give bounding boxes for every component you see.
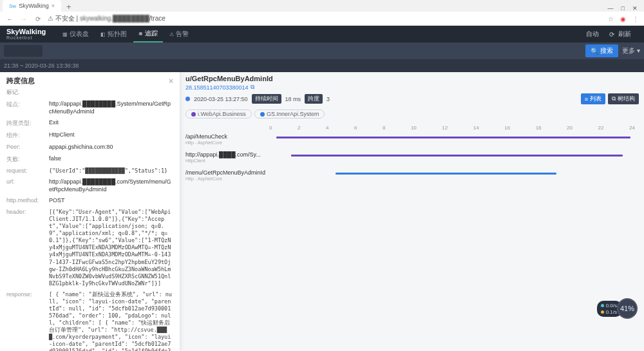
perf-widget[interactable]: 0.0/s 0.1/s 41% [597, 298, 638, 319]
axis-tick: 18 [536, 125, 542, 134]
duration-label: 持续时间 [252, 94, 281, 104]
browser-chrome: Sw SkyWalking × + — □ ✕ ← → ⟳ ⚠ 不安全 | sk… [0, 0, 644, 26]
header-value: [{"Key":"User-Agent","Value":["WebApiCli… [49, 209, 173, 287]
search-input[interactable] [4, 45, 43, 57]
response-key: response: [6, 291, 45, 351]
service-tags: i.WebApi.Business GS.InnerApi.System [180, 107, 644, 121]
logo: SkyWalking Rocketbot [0, 27, 52, 41]
span-track [269, 134, 638, 152]
fail-value: false [49, 155, 173, 164]
new-tab-button[interactable]: + [61, 2, 77, 12]
spans-label: 跨度 [305, 94, 323, 104]
start-time: 2020-03-25 13:27:50 [194, 96, 248, 102]
nav-topology[interactable]: ◧拓扑图 [95, 26, 132, 43]
forward-button[interactable]: → [19, 15, 28, 23]
url-text[interactable]: ⚠ 不安全 | skywalking.████████/trace [48, 14, 166, 23]
time-range: 21:38 ~ 2020-03-26 13:36:38 [4, 62, 79, 69]
alert-icon: ⚠ [169, 32, 174, 37]
tabbar: Sw SkyWalking × + — □ ✕ [0, 0, 644, 12]
panel-title: 跨度信息 [6, 76, 35, 86]
nav-alarm[interactable]: ⚠告警 [164, 26, 194, 43]
span-bar [336, 173, 556, 175]
response-value: [ { "name": "新快运业务系统", "url": null, "ico… [49, 291, 173, 351]
menu-icon[interactable]: ⋮ [632, 15, 639, 23]
type-key: 跨度类型: [6, 119, 45, 128]
method-value: POST [49, 197, 173, 205]
span-label: /menu/GetRpcMenuByAdminIdHttp - AspNetCo… [185, 170, 269, 182]
type-value: Exit [49, 119, 173, 128]
endpoint-title: u/GetRpcMenuByAdminId [185, 75, 639, 82]
browser-tab[interactable]: Sw SkyWalking × [3, 0, 61, 12]
fail-key: 失败: [6, 155, 45, 164]
nav-dashboard[interactable]: ▦仪表盘 [57, 26, 94, 43]
component-value: HttpClient [49, 131, 173, 140]
span-track [269, 170, 638, 188]
reload-button[interactable]: ⟳ [33, 15, 43, 23]
url-key: url: [6, 178, 45, 193]
axis-tick: 0 [269, 125, 272, 134]
span-label: /api/MenuCheckHttp - AspNetCore [185, 134, 269, 146]
grid-icon: ▦ [62, 32, 68, 37]
status-dot [185, 97, 190, 101]
span-row[interactable]: /menu/GetRpcMenuByAdminIdHttp - AspNetCo… [185, 170, 638, 188]
axis-tick: 6 [354, 125, 357, 134]
auto-toggle[interactable]: 自动 [582, 28, 603, 40]
axis-tick: 20 [567, 125, 573, 134]
span-row[interactable]: /api/MenuCheckHttp - AspNetCore [185, 134, 638, 152]
span-label: http://appapi.████.com/Sy...HttpClient [185, 152, 269, 164]
spans-value: 3 [327, 96, 330, 102]
trace-icon: ≋ [138, 31, 143, 37]
tab-title: SkyWalking [19, 3, 49, 9]
copy-icon[interactable]: ⧉ [251, 84, 254, 91]
window-close[interactable]: ✕ [632, 5, 638, 12]
search-icon: 🔍 [591, 48, 598, 55]
dot-icon [601, 304, 604, 307]
refresh-button[interactable]: ⟳ 刷新 [605, 28, 639, 40]
axis-tick: 8 [383, 125, 385, 134]
trace-id[interactable]: 28.15851140703380014 ⧉ [185, 84, 254, 91]
axis-tick: 24 [629, 125, 635, 134]
window-maximize[interactable]: □ [621, 5, 625, 12]
window-minimize[interactable]: — [608, 5, 614, 12]
swatch-icon [191, 112, 196, 117]
span-track [269, 152, 638, 170]
nav-trace[interactable]: ≋追踪 [133, 26, 163, 43]
endpoint-value: http://appapi.████████.System/menu/GetRp… [49, 100, 173, 115]
endpoint-key: 端点: [6, 100, 45, 115]
span-row[interactable]: http://appapi.████.com/Sy...HttpClient [185, 152, 638, 170]
star-icon[interactable]: ☆ [608, 15, 614, 23]
request-value: {"UserId":"████████████","Status":1} [49, 167, 173, 175]
nav: ▦仪表盘 ◧拓扑图 ≋追踪 ⚠告警 [57, 26, 194, 43]
span-gantt: 024681012141618202224 /api/MenuCheckHttp… [180, 121, 644, 351]
list-view-button[interactable]: ≡ 列表 [581, 93, 605, 104]
duration-value: 18 ms [285, 96, 301, 102]
time-range-bar: 21:38 ~ 2020-03-26 13:36:38 [0, 59, 644, 72]
axis-tick: 22 [598, 125, 604, 134]
peer-value: appapi.gshichina.com:80 [49, 144, 173, 151]
search-toolbar: 🔍搜索 更多 ▾ [0, 43, 644, 59]
axis-tick: 12 [442, 125, 448, 134]
method-key: http.method: [6, 197, 45, 205]
search-button[interactable]: 🔍搜索 [585, 44, 618, 57]
close-icon[interactable]: × [52, 3, 55, 9]
dot-icon [601, 310, 604, 314]
back-button[interactable]: ← [5, 15, 14, 23]
service-tag[interactable]: GS.InnerApi.System [254, 109, 325, 119]
perf-percent: 41% [617, 298, 638, 319]
tree-view-button[interactable]: ⧉ 树结构 [608, 93, 639, 104]
component-key: 组件: [6, 131, 45, 140]
service-tag[interactable]: i.WebApi.Business [185, 109, 252, 119]
peer-key: Peer: [6, 144, 45, 151]
tab-favicon: Sw [9, 3, 16, 9]
span-bar [291, 155, 623, 157]
more-button[interactable]: 更多 ▾ [622, 46, 640, 55]
address-bar: ← → ⟳ ⚠ 不安全 | skywalking.████████/trace … [0, 12, 644, 26]
app-header: SkyWalking Rocketbot ▦仪表盘 ◧拓扑图 ≋追踪 ⚠告警 自… [0, 26, 644, 43]
span-info-panel: 跨度信息 × 标记. 端点: http://appapi.████████.Sy… [0, 72, 180, 351]
tags-heading: 标记. [6, 88, 173, 97]
axis-tick: 4 [326, 125, 328, 134]
close-icon[interactable]: × [169, 77, 173, 86]
extension-icon[interactable]: ◉ [620, 15, 626, 23]
axis-tick: 14 [473, 125, 479, 134]
url-value: http://appapi.████████.com/System/menu/G… [49, 178, 173, 193]
